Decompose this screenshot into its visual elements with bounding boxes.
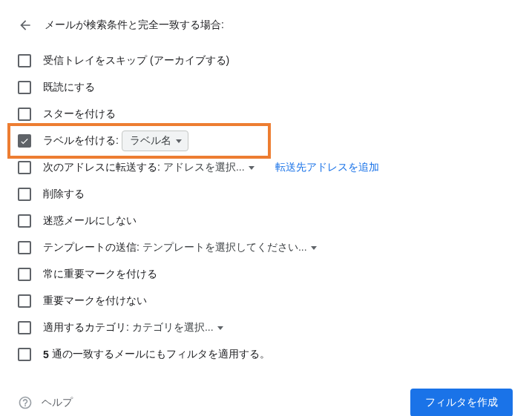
label-forward: 次のアドレスに転送する: アドレスを選択... 転送先アドレスを追加 bbox=[43, 161, 379, 174]
checkbox-never-spam[interactable] bbox=[18, 214, 31, 228]
text-apply-label: ラベルを付ける: bbox=[43, 134, 119, 148]
checkbox-never-important[interactable] bbox=[18, 294, 31, 308]
text-send-template: テンプレートの送信: bbox=[43, 241, 139, 254]
checkbox-categorize[interactable] bbox=[18, 321, 31, 334]
chevron-down-icon bbox=[217, 326, 223, 330]
row-send-template: テンプレートの送信: テンプレートを選択してください... bbox=[18, 234, 514, 261]
select-category-value: カテゴリを選択... bbox=[132, 321, 214, 333]
create-filter-button[interactable]: フィルタを作成 bbox=[410, 389, 513, 416]
row-forward: 次のアドレスに転送する: アドレスを選択... 転送先アドレスを追加 bbox=[18, 154, 514, 181]
select-category[interactable]: カテゴリを選択... bbox=[132, 321, 224, 334]
row-mark-read: 既読にする bbox=[18, 74, 514, 101]
select-forward-value: アドレスを選択... bbox=[163, 161, 245, 173]
chevron-down-icon bbox=[176, 139, 182, 143]
checkbox-mark-read[interactable] bbox=[18, 81, 31, 94]
text-also-apply-rest: 通の一致するメールにもフィルタを適用する。 bbox=[52, 348, 270, 361]
checkbox-skip-inbox[interactable] bbox=[18, 54, 31, 67]
label-always-important: 常に重要マークを付ける bbox=[43, 268, 157, 281]
label-never-important: 重要マークを付けない bbox=[43, 294, 147, 308]
link-add-forwarding-address[interactable]: 転送先アドレスを追加 bbox=[275, 161, 379, 174]
row-star: スターを付ける bbox=[18, 101, 514, 128]
help-label: ヘルプ bbox=[42, 396, 73, 409]
label-never-spam: 迷惑メールにしない bbox=[43, 214, 137, 228]
text-forward: 次のアドレスに転送する: bbox=[43, 161, 160, 174]
back-arrow-icon[interactable] bbox=[18, 18, 33, 33]
label-skip-inbox: 受信トレイをスキップ (アーカイブする) bbox=[43, 54, 229, 67]
checkbox-apply-label[interactable] bbox=[18, 134, 31, 148]
help-link[interactable]: ヘルプ bbox=[18, 395, 73, 410]
select-label[interactable]: ラベル名 bbox=[122, 131, 188, 151]
checkbox-forward[interactable] bbox=[18, 161, 31, 174]
label-also-apply: 5 通の一致するメールにもフィルタを適用する。 bbox=[43, 348, 270, 361]
select-label-value: ラベル名 bbox=[130, 134, 171, 148]
checkbox-send-template[interactable] bbox=[18, 241, 31, 254]
row-delete: 削除する bbox=[18, 181, 514, 208]
label-send-template: テンプレートの送信: テンプレートを選択してください... bbox=[43, 241, 317, 254]
page-title: メールが検索条件と完全一致する場合: bbox=[45, 19, 224, 32]
label-categorize: 適用するカテゴリ: カテゴリを選択... bbox=[43, 321, 223, 334]
row-always-important: 常に重要マークを付ける bbox=[18, 261, 514, 288]
select-forward-address[interactable]: アドレスを選択... bbox=[163, 161, 255, 174]
checkbox-delete[interactable] bbox=[18, 188, 31, 201]
label-delete: 削除する bbox=[43, 188, 85, 201]
select-template[interactable]: テンプレートを選択してください... bbox=[142, 241, 318, 254]
filter-options: 受信トレイをスキップ (アーカイブする) 既読にする スターを付ける ラベルを付… bbox=[18, 47, 514, 368]
label-apply-label: ラベルを付ける: ラベル名 bbox=[43, 131, 188, 151]
chevron-down-icon bbox=[311, 246, 317, 250]
select-template-value: テンプレートを選択してください... bbox=[142, 241, 307, 253]
checkbox-also-apply[interactable] bbox=[18, 348, 31, 361]
row-never-important: 重要マークを付けない bbox=[18, 288, 514, 314]
label-mark-read: 既読にする bbox=[43, 81, 95, 94]
row-skip-inbox: 受信トレイをスキップ (アーカイブする) bbox=[18, 47, 514, 74]
checkbox-star[interactable] bbox=[18, 108, 31, 121]
label-star: スターを付ける bbox=[43, 108, 116, 121]
text-categorize: 適用するカテゴリ: bbox=[43, 321, 129, 334]
row-also-apply: 5 通の一致するメールにもフィルタを適用する。 bbox=[18, 341, 514, 368]
row-apply-label: ラベルを付ける: ラベル名 bbox=[18, 128, 514, 154]
row-categorize: 適用するカテゴリ: カテゴリを選択... bbox=[18, 314, 514, 341]
checkbox-always-important[interactable] bbox=[18, 268, 31, 281]
help-icon bbox=[18, 395, 33, 410]
match-count: 5 bbox=[43, 349, 49, 360]
row-never-spam: 迷惑メールにしない bbox=[18, 208, 514, 234]
chevron-down-icon bbox=[249, 166, 254, 170]
